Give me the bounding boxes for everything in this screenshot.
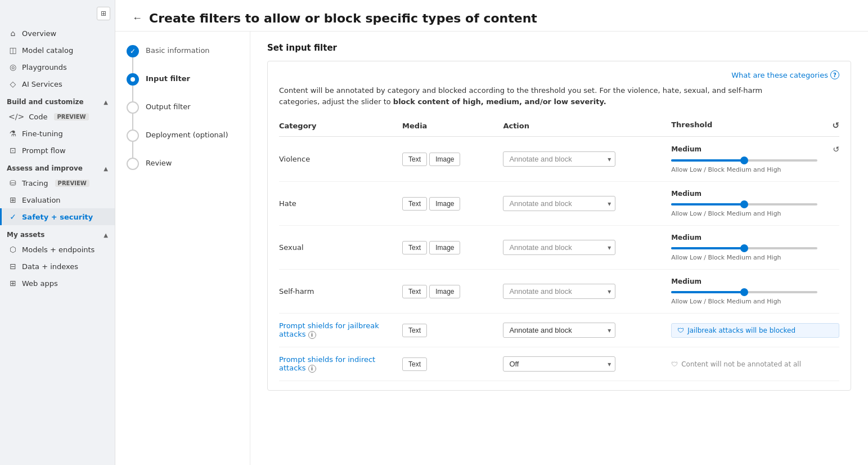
media-buttons: TextImage bbox=[402, 285, 503, 298]
image-media-button[interactable]: Image bbox=[429, 153, 460, 166]
web-apps-icon: ⊞ bbox=[8, 279, 17, 288]
code-icon: </> bbox=[8, 112, 24, 121]
reset-icon[interactable]: ↺ bbox=[833, 145, 839, 154]
action-select[interactable]: Annotate and blockAnnotate and blockAnno… bbox=[503, 240, 615, 255]
text-media-button[interactable]: Text bbox=[402, 357, 427, 371]
action-select[interactable]: OffAnnotate and blockAnnotate onlyOff bbox=[503, 356, 615, 372]
slider-track[interactable] bbox=[671, 203, 817, 205]
sidebar-item-code[interactable]: </> Code PREVIEW bbox=[0, 108, 115, 125]
text-media-button[interactable]: Text bbox=[402, 197, 427, 211]
slider-thumb[interactable] bbox=[740, 200, 748, 208]
category-name: Hate bbox=[279, 199, 296, 208]
section-title: Set input filter bbox=[267, 43, 851, 53]
slider-thumb[interactable] bbox=[740, 157, 748, 164]
shield-icon: 🛡 bbox=[677, 327, 684, 334]
preview-badge: PREVIEW bbox=[54, 113, 88, 120]
text-media-button[interactable]: Text bbox=[402, 285, 427, 298]
collapse-icon[interactable]: ⊞ bbox=[97, 7, 110, 20]
text-media-button[interactable]: Text bbox=[402, 241, 427, 254]
action-select-wrapper: Annotate and blockAnnotate and blockAnno… bbox=[503, 151, 615, 167]
filter-content: Set input filter What are these categori… bbox=[250, 32, 868, 465]
step-circle-pending bbox=[127, 101, 139, 114]
ai-services-icon: ◇ bbox=[8, 79, 17, 88]
prompt-flow-icon: ⊡ bbox=[8, 146, 17, 155]
info-icon[interactable]: i bbox=[308, 331, 316, 339]
step-output-filter[interactable]: Output filter bbox=[127, 101, 239, 114]
category-name[interactable]: Prompt shields for jailbreak attacks bbox=[279, 321, 379, 338]
text-media-button[interactable]: Text bbox=[402, 153, 427, 166]
sidebar-item-label: Fine-tuning bbox=[22, 129, 63, 138]
chevron-up-icon: ▲ bbox=[104, 166, 108, 172]
action-select[interactable]: Annotate and blockAnnotate and blockAnno… bbox=[503, 196, 615, 211]
sidebar-item-label: Data + indexes bbox=[22, 262, 78, 271]
action-select[interactable]: Annotate and blockAnnotate and blockAnno… bbox=[503, 151, 615, 167]
image-media-button[interactable]: Image bbox=[429, 241, 460, 254]
shield-badge: 🛡Jailbreak attacks will be blocked bbox=[671, 323, 839, 338]
category-name[interactable]: Prompt shields for indirect attacks bbox=[279, 355, 375, 372]
sidebar-item-model-catalog[interactable]: ◫ Model catalog bbox=[0, 42, 115, 59]
section-assess-improve[interactable]: Assess and improve ▲ bbox=[0, 159, 115, 175]
sidebar-item-safety-security[interactable]: ✓ Safety + security bbox=[0, 208, 115, 225]
section-build-customize[interactable]: Build and customize ▲ bbox=[0, 92, 115, 108]
slider-filled bbox=[671, 291, 744, 293]
slider-track[interactable] bbox=[671, 247, 817, 249]
sidebar-item-tracing[interactable]: ⛁ Tracing PREVIEW bbox=[0, 175, 115, 191]
step-circle-pending bbox=[127, 129, 139, 142]
table-row: Prompt shields for jailbreak attacksiTex… bbox=[279, 314, 839, 347]
step-input-filter[interactable]: Input filter bbox=[127, 73, 239, 86]
action-select-wrapper: Annotate and blockAnnotate and blockAnno… bbox=[503, 284, 615, 299]
sidebar-item-ai-services[interactable]: ◇ AI Services bbox=[0, 75, 115, 92]
sidebar-item-label: Prompt flow bbox=[22, 146, 66, 155]
sidebar-item-models-endpoints[interactable]: ⬡ Models + endpoints bbox=[0, 241, 115, 258]
sidebar-item-prompt-flow[interactable]: ⊡ Prompt flow bbox=[0, 142, 115, 159]
overview-icon: ⌂ bbox=[8, 29, 17, 38]
filter-table: Category Media Action Threshold ↺ Violen… bbox=[279, 116, 839, 381]
slider-thumb[interactable] bbox=[740, 244, 748, 252]
table-row: ViolenceTextImageAnnotate and blockAnnot… bbox=[279, 137, 839, 182]
step-label: Input filter bbox=[146, 73, 190, 83]
badge-text: Content will not be annotated at all bbox=[681, 360, 801, 368]
action-select[interactable]: Annotate and blockAnnotate and blockAnno… bbox=[503, 323, 615, 338]
sidebar-item-label: Overview bbox=[22, 29, 56, 38]
shield-off-icon: 🛡 bbox=[671, 360, 678, 368]
evaluation-icon: ⊞ bbox=[8, 195, 17, 204]
sidebar-item-label: Playgrounds bbox=[22, 63, 67, 71]
slider-hint: Allow Low / Block Medium and High bbox=[671, 298, 839, 305]
action-select-wrapper: Annotate and blockAnnotate and blockAnno… bbox=[503, 240, 615, 255]
section-my-assets[interactable]: My assets ▲ bbox=[0, 225, 115, 241]
slider-hint: Allow Low / Block Medium and High bbox=[671, 166, 839, 173]
preview-badge: PREVIEW bbox=[55, 180, 89, 187]
text-media-button[interactable]: Text bbox=[402, 324, 427, 337]
filter-card: What are these categories ? Content will… bbox=[267, 61, 851, 391]
action-select-wrapper: Annotate and blockAnnotate and blockAnno… bbox=[503, 196, 615, 211]
step-label: Output filter bbox=[146, 101, 191, 111]
slider-track[interactable] bbox=[671, 159, 817, 162]
info-icon[interactable]: i bbox=[308, 365, 316, 373]
media-buttons: TextImage bbox=[402, 153, 503, 166]
slider-hint: Allow Low / Block Medium and High bbox=[671, 254, 839, 261]
action-select[interactable]: Annotate and blockAnnotate and blockAnno… bbox=[503, 284, 615, 299]
section-label: Build and customize bbox=[7, 98, 84, 106]
action-select-wrapper: Annotate and blockAnnotate and blockAnno… bbox=[503, 323, 615, 338]
sidebar-item-label: AI Services bbox=[22, 80, 62, 88]
category-name: Sexual bbox=[279, 243, 304, 252]
sidebar-item-fine-tuning[interactable]: ⚗ Fine-tuning bbox=[0, 125, 115, 142]
slider-thumb[interactable] bbox=[740, 288, 748, 296]
slider-track[interactable] bbox=[671, 291, 817, 293]
image-media-button[interactable]: Image bbox=[429, 197, 460, 211]
what-categories-link[interactable]: What are these categories ? bbox=[279, 70, 839, 79]
page-header: ← Create filters to allow or block speci… bbox=[115, 0, 868, 32]
step-basic-info[interactable]: ✓ Basic information bbox=[127, 45, 239, 57]
back-button[interactable]: ← bbox=[132, 12, 142, 24]
action-select-wrapper: OffAnnotate and blockAnnotate onlyOff bbox=[503, 356, 615, 372]
sidebar-item-evaluation[interactable]: ⊞ Evaluation bbox=[0, 191, 115, 208]
image-media-button[interactable]: Image bbox=[429, 285, 460, 298]
reset-all-icon[interactable]: ↺ bbox=[832, 120, 839, 131]
sidebar-item-playgrounds[interactable]: ◎ Playgrounds bbox=[0, 59, 115, 75]
step-deployment[interactable]: Deployment (optional) bbox=[127, 129, 239, 142]
step-review[interactable]: Review bbox=[127, 158, 239, 170]
sidebar-item-overview[interactable]: ⌂ Overview bbox=[0, 25, 115, 42]
table-row: Self-harmTextImageAnnotate and blockAnno… bbox=[279, 270, 839, 314]
sidebar-item-data-indexes[interactable]: ⊟ Data + indexes bbox=[0, 258, 115, 275]
sidebar-item-web-apps[interactable]: ⊞ Web apps bbox=[0, 275, 115, 292]
